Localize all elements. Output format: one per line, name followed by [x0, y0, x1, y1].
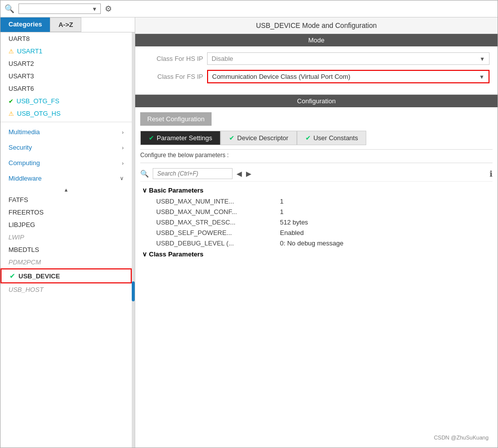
search-icon: 🔍	[4, 4, 14, 13]
tab-label: Device Descriptor	[237, 134, 288, 142]
top-bar: 🔍 ▼ ⚙	[0, 0, 498, 17]
item-label: LWIP	[8, 233, 24, 241]
basic-params-header: ∨ Basic Parameters	[140, 185, 493, 196]
config-body: Reset Configuration ✔ Parameter Settings…	[135, 107, 498, 448]
category-label: Computing	[8, 159, 40, 167]
sidebar-item-usart2[interactable]: USART2	[0, 57, 132, 70]
tab-label: Parameter Settings	[157, 134, 212, 142]
class-hs-value: Disable	[212, 55, 233, 62]
item-label: USART2	[8, 60, 34, 67]
sidebar-item-lwip[interactable]: LWIP	[0, 231, 132, 243]
sidebar-item-usb-host[interactable]: USB_HOST	[0, 283, 132, 296]
sidebar-item-usart3[interactable]: USART3	[0, 70, 132, 82]
param-name: USBD_DEBUG_LEVEL (...	[156, 239, 276, 247]
check-icon: ✔	[8, 98, 13, 105]
tab-categories[interactable]: Categories	[0, 17, 50, 32]
sidebar-item-mbedtls[interactable]: MBEDTLS	[0, 243, 132, 256]
table-row: USBD_MAX_STR_DESC... 512 bytes	[140, 217, 493, 227]
tab-parameter-settings[interactable]: ✔ Parameter Settings	[140, 131, 221, 145]
content-area: USB_DEVICE Mode and Configuration Mode C…	[135, 17, 498, 448]
category-label: Middleware	[8, 175, 41, 182]
class-fs-row: Class For FS IP Communication Device Cla…	[143, 70, 490, 83]
item-label: LIBJPEG	[8, 221, 35, 228]
search-row: 🔍 ◀ ▶ ℹ	[140, 166, 493, 182]
sidebar-item-libjpeg[interactable]: LIBJPEG	[0, 219, 132, 231]
tab-label: User Constants	[313, 134, 358, 142]
tab-az[interactable]: A->Z	[50, 17, 81, 32]
params-list: ∨ Basic Parameters USBD_MAX_NUM_INTE... …	[140, 185, 493, 433]
group-label: ∨ Class Parameters	[142, 250, 204, 258]
sidebar-scroll-inner: UART8 ⚠ USART1 USART2 USART3 USART6 ✔ US	[0, 32, 132, 448]
category-computing[interactable]: Computing ›	[0, 155, 132, 171]
params-search-input[interactable]	[153, 168, 233, 179]
param-value: 1	[280, 198, 283, 205]
config-tabs: ✔ Parameter Settings ✔ Device Descriptor…	[140, 131, 493, 145]
mode-header: Mode	[135, 34, 498, 46]
sidebar-item-usart6[interactable]: USART6	[0, 82, 132, 95]
tab-device-descriptor[interactable]: ✔ Device Descriptor	[221, 131, 297, 145]
table-row: USBD_MAX_NUM_INTE... 1	[140, 196, 493, 207]
prev-arrow-icon[interactable]: ◀	[237, 170, 242, 178]
class-fs-label: Class For FS IP	[143, 73, 203, 80]
search-input[interactable]	[22, 5, 92, 12]
table-row: USBD_DEBUG_LEVEL (... 0: No debug messag…	[140, 238, 493, 248]
warn-icon: ⚠	[8, 110, 14, 117]
tab-check-icon: ✔	[149, 134, 154, 142]
class-hs-select[interactable]: Disable ▼	[207, 52, 490, 65]
warn-icon: ⚠	[8, 48, 14, 55]
main-layout: Categories A->Z UART8 ⚠ USART1 USART2 US…	[0, 17, 498, 448]
sidebar-item-fatfs[interactable]: FATFS	[0, 194, 132, 206]
scrollbar-thumb	[132, 281, 135, 301]
chevron-down-icon: ∨	[120, 175, 124, 182]
category-security[interactable]: Security ›	[0, 140, 132, 155]
divider	[0, 122, 132, 122]
sidebar-item-usb-otg-hs[interactable]: ⚠ USB_OTG_HS	[0, 107, 132, 120]
sidebar-item-usb-device[interactable]: ✔ USB_DEVICE	[0, 268, 132, 283]
sidebar-tabs: Categories A->Z	[0, 17, 135, 32]
config-section: Configuration Reset Configuration ✔ Para…	[135, 95, 498, 448]
tab-user-constants[interactable]: ✔ User Constants	[297, 131, 367, 145]
param-value: 1	[280, 208, 283, 216]
sidebar-item-usart1[interactable]: ⚠ USART1	[0, 45, 132, 57]
class-hs-label: Class For HS IP	[143, 55, 203, 62]
sidebar-item-freertos[interactable]: FREERTOS	[0, 206, 132, 219]
item-label: MBEDTLS	[8, 246, 39, 253]
reset-config-button[interactable]: Reset Configuration	[140, 112, 212, 126]
category-middleware[interactable]: Middleware ∨	[0, 171, 132, 186]
class-fs-select[interactable]: Communication Device Class (Virtual Port…	[207, 70, 490, 83]
item-label: USB_HOST	[8, 286, 43, 293]
params-label: Configure the below parameters :	[140, 149, 493, 163]
param-name: USBD_MAX_STR_DESC...	[156, 219, 276, 226]
mode-section: Mode Class For HS IP Disable ▼ Class For…	[135, 34, 498, 95]
chevron-right-icon: ›	[122, 160, 124, 166]
mode-content: Class For HS IP Disable ▼ Class For FS I…	[135, 46, 498, 94]
watermark: CSDN @ZhuSuKuang	[140, 433, 493, 443]
search-icon: 🔍	[140, 170, 149, 178]
sidebar-scrollbar[interactable]	[132, 32, 135, 448]
sidebar: Categories A->Z UART8 ⚠ USART1 USART2 US…	[0, 17, 135, 448]
table-row: USBD_MAX_NUM_CONF... 1	[140, 207, 493, 217]
class-hs-row: Class For HS IP Disable ▼	[143, 52, 490, 65]
dropdown-arrow[interactable]: ▼	[92, 6, 97, 12]
category-multimedia[interactable]: Multimedia ›	[0, 124, 132, 140]
item-label: USB_OTG_FS	[16, 97, 59, 105]
chevron-right-icon: ›	[122, 145, 124, 151]
param-name: USBD_MAX_NUM_CONF...	[156, 208, 276, 216]
item-label: USB_DEVICE	[18, 272, 60, 280]
param-value: 512 bytes	[280, 219, 308, 226]
sidebar-item-usb-otg-fs[interactable]: ✔ USB_OTG_FS	[0, 95, 132, 107]
sidebar-item-uart8[interactable]: UART8	[0, 32, 132, 45]
item-label: UART8	[8, 35, 29, 42]
item-label: FATFS	[8, 196, 28, 204]
param-name: USBD_SELF_POWERE...	[156, 229, 276, 236]
next-arrow-icon[interactable]: ▶	[246, 170, 251, 178]
table-row: USBD_SELF_POWERE... Enabled	[140, 227, 493, 238]
search-box[interactable]: ▼	[18, 3, 101, 14]
check-icon: ✔	[9, 272, 15, 280]
up-arrow-icon[interactable]: ▲	[0, 186, 132, 194]
class-params-header: ∨ Class Parameters	[140, 248, 493, 260]
info-icon[interactable]: ℹ	[490, 169, 493, 179]
gear-icon[interactable]: ⚙	[105, 4, 112, 13]
item-label: FREERTOS	[8, 209, 43, 216]
sidebar-item-pdm2pcm[interactable]: PDM2PCM	[0, 256, 132, 268]
